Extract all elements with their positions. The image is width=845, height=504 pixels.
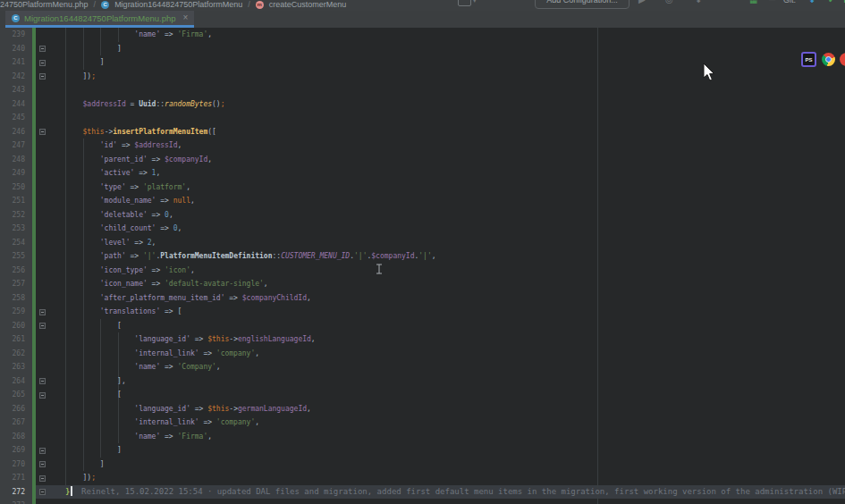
run-icon[interactable]: ▶ — [638, 0, 646, 4]
code-line[interactable]: ] — [48, 55, 845, 70]
code-line[interactable]: 'internal_link' => 'company', — [48, 416, 845, 430]
line-number[interactable]: 260 — [0, 319, 29, 333]
breadcrumb-class[interactable]: Migration1644824750PlatformMenu — [114, 0, 242, 9]
line-number[interactable]: 242 — [0, 70, 29, 84]
code-line[interactable]: 'name' => 'Firma', — [48, 28, 845, 42]
code-line[interactable]: 'name' => 'Company', — [48, 360, 845, 374]
code-line[interactable]: ], — [48, 374, 845, 389]
line-number[interactable]: 273 — [0, 499, 29, 504]
code-line[interactable]: [ — [48, 319, 845, 333]
code-line[interactable]: 'path' => '|'.PlatformMenuItemDefinition… — [48, 249, 845, 264]
code-line[interactable] — [48, 111, 845, 125]
line-number[interactable]: 241 — [0, 55, 29, 70]
line-number[interactable]: 267 — [0, 416, 29, 430]
fold-marker[interactable] — [39, 129, 46, 135]
code-line[interactable]: 'icon_type' => 'icon', — [48, 264, 845, 278]
code-line[interactable]: ] — [48, 458, 845, 472]
line-number[interactable]: 258 — [0, 291, 29, 306]
line-number[interactable]: 265 — [0, 388, 29, 402]
code-line[interactable]: 'after_platform_menu_item_id' => $compan… — [48, 291, 845, 306]
close-icon[interactable]: × — [183, 13, 189, 22]
download-icon[interactable]: ⬇ — [695, 0, 702, 4]
code-line[interactable]: ]); — [48, 70, 845, 84]
line-number[interactable]: 268 — [0, 430, 29, 444]
chrome-app-icon[interactable] — [822, 53, 835, 66]
code-line[interactable]: 'id' => $addressId, — [48, 139, 845, 153]
line-number[interactable]: 271 — [0, 471, 29, 485]
chevron-down-icon[interactable]: ▾ — [473, 0, 477, 4]
fold-marker[interactable] — [39, 448, 46, 454]
code-line[interactable]: }Reinelt, 15.02.2022 15:54 · updated DAL… — [48, 485, 845, 500]
line-number[interactable]: 270 — [0, 458, 29, 472]
code-line[interactable]: 'language_id' => $this->germanLanguageId… — [48, 402, 845, 416]
fold-marker[interactable] — [39, 461, 46, 467]
minimize-icon[interactable]: ─ — [769, 0, 775, 4]
line-number[interactable]: 253 — [0, 222, 29, 236]
line-number[interactable]: 256 — [0, 264, 29, 278]
line-number[interactable]: 254 — [0, 236, 29, 250]
git-push-icon[interactable]: ⬆ — [841, 0, 845, 4]
code-line[interactable]: ]); — [48, 471, 845, 485]
code-line[interactable]: 'icon_name' => 'default-avatar-single', — [48, 277, 845, 291]
line-number[interactable]: 248 — [0, 153, 29, 167]
fold-marker[interactable] — [39, 392, 46, 399]
code-line[interactable]: 'language_id' => $this->englishLanguageI… — [48, 332, 845, 347]
add-configuration-button[interactable]: Add Configuration... — [535, 0, 630, 9]
line-number[interactable]: 244 — [0, 97, 29, 112]
fold-marker[interactable] — [39, 73, 46, 80]
profiler-icon[interactable]: ▦ — [749, 0, 757, 4]
fold-marker[interactable] — [39, 323, 46, 329]
fold-marker[interactable] — [39, 46, 46, 52]
line-number[interactable]: 261 — [0, 332, 29, 347]
code-line[interactable]: $this->insertPlatformMenuItem([ — [48, 125, 845, 139]
git-branch-label[interactable]: Git: — [783, 0, 796, 4]
tab-migration-file[interactable]: C Migration1644824750PlatformMenu.php × — [5, 11, 194, 28]
line-number[interactable]: 251 — [0, 194, 29, 208]
line-number[interactable]: 257 — [0, 277, 29, 291]
code-line[interactable]: 'parent_id' => $companyId, — [48, 153, 845, 167]
line-number[interactable]: 264 — [0, 374, 29, 389]
code-line[interactable]: 'internal_link' => 'company', — [48, 347, 845, 361]
code-line[interactable]: 'level' => 2, — [48, 236, 845, 250]
line-number[interactable]: 246 — [0, 125, 29, 139]
line-number[interactable]: 250 — [0, 181, 29, 195]
line-number[interactable]: 247 — [0, 139, 29, 153]
line-number[interactable]: 259 — [0, 305, 29, 319]
fold-marker[interactable] — [39, 309, 46, 315]
debug-icon[interactable]: ◎ — [665, 0, 673, 4]
code-line[interactable]: 'active' => 1, — [48, 166, 845, 181]
line-number[interactable]: 272 — [0, 485, 29, 500]
line-number[interactable]: 262 — [0, 347, 29, 361]
vcs-added-change-bar[interactable] — [32, 28, 36, 504]
line-number[interactable]: 243 — [0, 83, 29, 97]
git-update-icon[interactable]: ⬇ — [808, 0, 815, 4]
code-line[interactable]: ] — [48, 42, 845, 56]
line-number[interactable]: 255 — [0, 249, 29, 264]
fold-marker[interactable] — [39, 378, 46, 384]
fold-marker[interactable] — [39, 475, 46, 482]
breadcrumb-file[interactable]: Migration1644824750PlatformMenu.php — [0, 0, 89, 9]
breadcrumb-method[interactable]: createCustomerMenu — [269, 0, 347, 9]
phpstorm-app-icon[interactable]: PS — [801, 52, 816, 67]
line-number[interactable]: 239 — [0, 28, 29, 42]
code-line[interactable]: 'child_count' => 0, — [48, 222, 845, 236]
line-number[interactable]: 263 — [0, 360, 29, 374]
code-line[interactable] — [48, 83, 845, 97]
code-line[interactable]: 'name' => 'Firma', — [48, 430, 845, 444]
line-number[interactable]: 269 — [0, 443, 29, 458]
fold-marker[interactable] — [39, 489, 46, 495]
code-line[interactable]: $addressId = Uuid::randomBytes(); — [48, 97, 845, 112]
code-line[interactable]: 'deletable' => 0, — [48, 208, 845, 223]
line-number[interactable]: 249 — [0, 166, 29, 181]
code-line[interactable]: 'module_name' => null, — [48, 194, 845, 208]
fold-marker[interactable] — [39, 60, 46, 66]
line-number[interactable]: 266 — [0, 402, 29, 416]
line-number[interactable]: 240 — [0, 42, 29, 56]
code-line[interactable]: ] — [48, 443, 845, 458]
code-editor[interactable]: 2392402412422432442452462472482492502512… — [0, 28, 845, 504]
device-select-icon[interactable] — [458, 0, 471, 6]
git-commit-icon[interactable]: ✔ — [828, 0, 835, 4]
line-number[interactable]: 252 — [0, 208, 29, 223]
line-number[interactable]: 245 — [0, 111, 29, 125]
code-line[interactable]: [ — [48, 388, 845, 402]
